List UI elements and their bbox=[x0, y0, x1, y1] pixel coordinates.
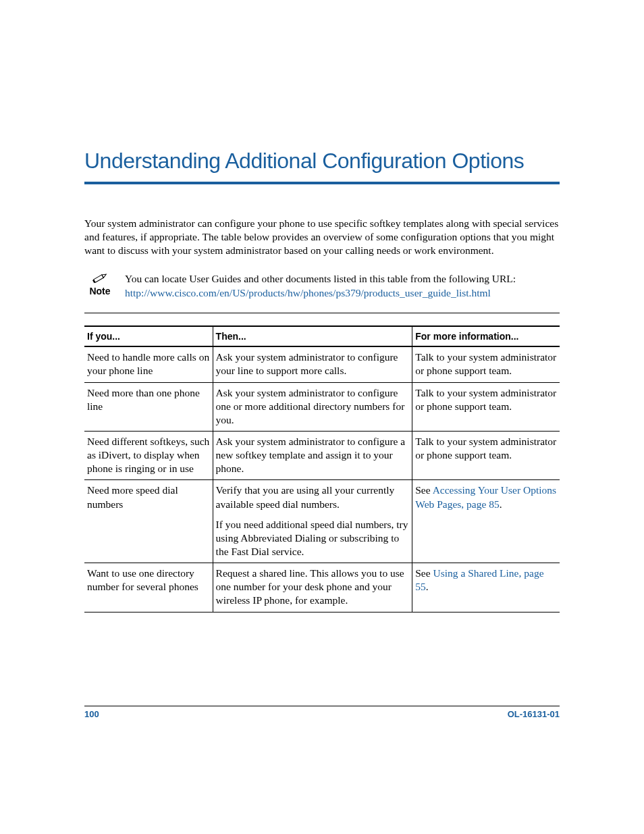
cell-then: Ask your system administrator to configu… bbox=[213, 382, 412, 431]
cell-info: Talk to your system administrator or pho… bbox=[412, 431, 560, 479]
table-row: Need more than one phone line Ask your s… bbox=[84, 382, 560, 431]
table-row: Want to use one directory number for sev… bbox=[84, 563, 560, 612]
cell-info-prefix: See bbox=[415, 484, 432, 496]
note-label: Note bbox=[89, 286, 110, 296]
cell-if: Need different softkeys, such as iDivert… bbox=[84, 431, 213, 479]
link-using-shared-line[interactable]: Using a Shared Line, page 55 bbox=[415, 567, 543, 592]
table-row: Need to handle more calls on your phone … bbox=[84, 346, 560, 382]
note-pencil-icon bbox=[91, 272, 109, 284]
cell-info: Talk to your system administrator or pho… bbox=[412, 382, 560, 431]
cell-then-p2: If you need additional speed dial number… bbox=[216, 518, 410, 558]
table-row: Need more speed dial numbers Verify that… bbox=[84, 480, 560, 563]
note-text: You can locate User Guides and other doc… bbox=[125, 272, 560, 301]
cell-then: Ask your system administrator to configu… bbox=[213, 346, 412, 382]
cell-if: Want to use one directory number for sev… bbox=[84, 563, 213, 612]
cell-info: See Using a Shared Line, page 55. bbox=[412, 563, 560, 612]
svg-rect-0 bbox=[94, 275, 104, 282]
note-divider bbox=[84, 313, 560, 313]
cell-info-suffix: . bbox=[426, 581, 429, 592]
cell-then-p1: Verify that you are using all your curre… bbox=[216, 484, 410, 511]
page-footer: 100 OL-16131-01 bbox=[84, 706, 560, 719]
cell-info: See Accessing Your User Options Web Page… bbox=[412, 480, 560, 563]
link-accessing-user-options[interactable]: Accessing Your User Options Web Pages, p… bbox=[415, 484, 556, 509]
table-header-then: Then... bbox=[213, 326, 412, 346]
table-row: Need different softkeys, such as iDivert… bbox=[84, 431, 560, 479]
cell-info: Talk to your system administrator or pho… bbox=[412, 346, 560, 382]
cell-then: Ask your system administrator to configu… bbox=[213, 431, 412, 479]
cell-info-prefix: See bbox=[415, 567, 433, 579]
cell-info-suffix: . bbox=[500, 498, 502, 510]
cell-if: Need more speed dial numbers bbox=[84, 480, 213, 563]
cell-if: Need more than one phone line bbox=[84, 382, 213, 431]
note-body: You can locate User Guides and other doc… bbox=[125, 273, 516, 284]
table-header-more-info: For more information... bbox=[412, 326, 560, 346]
note-url-link[interactable]: http://www.cisco.com/en/US/products/hw/p… bbox=[125, 287, 491, 298]
title-rule bbox=[84, 182, 560, 184]
cell-if: Need to handle more calls on your phone … bbox=[84, 346, 213, 382]
doc-id: OL-16131-01 bbox=[508, 709, 560, 719]
note-block: Note You can locate User Guides and othe… bbox=[84, 272, 560, 301]
config-options-table: If you... Then... For more information..… bbox=[84, 325, 560, 612]
cell-then: Verify that you are using all your curre… bbox=[213, 480, 412, 563]
table-header-if-you: If you... bbox=[84, 326, 213, 346]
page-title: Understanding Additional Configuration O… bbox=[84, 149, 560, 174]
page-number: 100 bbox=[84, 709, 99, 719]
intro-paragraph: Your system administrator can configure … bbox=[84, 217, 560, 257]
cell-then: Request a shared line. This allows you t… bbox=[213, 563, 412, 612]
